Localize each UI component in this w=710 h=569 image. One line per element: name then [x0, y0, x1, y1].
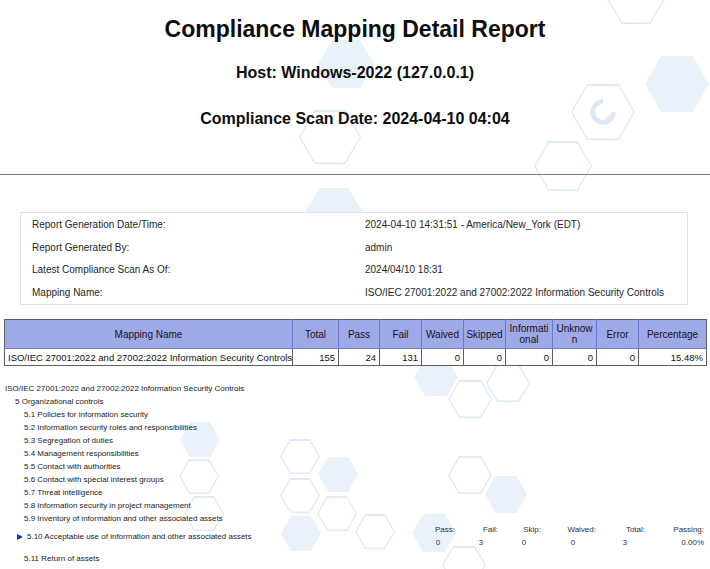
stat-label: Pass:	[421, 523, 455, 536]
stat-value: 0	[550, 536, 596, 549]
info-row: Latest Compliance Scan As Of: 2024/04/10…	[21, 258, 687, 281]
cell-skipped: 0	[464, 349, 506, 366]
tree-item[interactable]: 5.11 Return of assets	[0, 552, 710, 565]
column-header-pass: Pass	[339, 320, 380, 349]
stat-waived: Waived: 0	[550, 523, 596, 549]
cell-mapping-name: ISO/IEC 27001:2022 and 27002:2022 Inform…	[5, 349, 293, 366]
column-header-total: Total	[293, 320, 339, 349]
tree-item[interactable]: 5.8 Information security in project mana…	[0, 499, 710, 512]
column-header-mapping-name: Mapping Name	[5, 320, 293, 349]
stat-value: 0.00%	[654, 536, 704, 549]
expanded-item-stats: Pass: 0 Fail: 3 Skip: 0 Waived: 0 Total:…	[421, 523, 704, 549]
cell-informational: 0	[506, 349, 553, 366]
stat-pass: Pass: 0	[421, 523, 455, 549]
cell-error: 0	[597, 349, 639, 366]
column-header-skipped: Skipped	[464, 320, 506, 349]
stat-total: Total: 3	[605, 523, 645, 549]
info-label: Report Generated By:	[21, 242, 365, 253]
hexagon-watermark	[534, 141, 592, 191]
cell-waived: 0	[422, 349, 464, 366]
column-header-fail: Fail	[380, 320, 422, 349]
summary-data-row: ISO/IEC 27001:2022 and 27002:2022 Inform…	[5, 349, 707, 366]
tree-item[interactable]: 5.4 Management responsibilities	[0, 447, 710, 460]
tree-item[interactable]: 5.1 Policies for information security	[0, 408, 710, 421]
report-title: Compliance Mapping Detail Report	[0, 16, 710, 43]
cell-fail: 131	[380, 349, 422, 366]
stat-skip: Skip: 0	[507, 523, 541, 549]
stat-passing: Passing: 0.00%	[654, 523, 704, 549]
column-header-unknown: Unknown	[553, 320, 597, 349]
mapping-summary-table: Mapping Name Total Pass Fail Waived Skip…	[4, 319, 707, 366]
tree-item[interactable]: 5.2 Information security roles and respo…	[0, 421, 710, 434]
tree-item[interactable]: 5.3 Segregation of duties	[0, 434, 710, 447]
stat-label: Passing:	[654, 523, 704, 536]
column-header-error: Error	[597, 320, 639, 349]
summary-header-row: Mapping Name Total Pass Fail Waived Skip…	[5, 320, 707, 349]
stat-value: 3	[605, 536, 645, 549]
cell-unknown: 0	[553, 349, 597, 366]
info-value: ISO/IEC 27001:2022 and 27002:2022 Inform…	[365, 287, 687, 298]
info-label: Latest Compliance Scan As Of:	[21, 264, 365, 275]
stat-value: 3	[464, 536, 498, 549]
report-page: Compliance Mapping Detail Report Host: W…	[0, 0, 710, 569]
info-label: Mapping Name:	[21, 287, 365, 298]
tree-item[interactable]: 5.5 Contact with authorities	[0, 460, 710, 473]
stat-value: 0	[507, 536, 541, 549]
column-header-percentage: Percentage	[639, 320, 707, 349]
info-row: Report Generated By: admin	[21, 236, 687, 259]
tree-root[interactable]: ISO/IEC 27001:2022 and 27002:2022 Inform…	[0, 382, 710, 395]
info-value: admin	[365, 242, 687, 253]
stat-label: Total:	[605, 523, 645, 536]
stat-label: Waived:	[550, 523, 596, 536]
stat-label: Fail:	[464, 523, 498, 536]
tree-item-label: 5.10 Acceptable use of information and o…	[27, 530, 252, 543]
tree-section[interactable]: 5 Organizational controls	[0, 395, 710, 408]
info-row: Mapping Name: ISO/IEC 27001:2022 and 270…	[21, 281, 687, 304]
stat-fail: Fail: 3	[464, 523, 498, 549]
host-line: Host: Windows-2022 (127.0.0.1)	[0, 64, 710, 82]
cell-total: 155	[293, 349, 339, 366]
stat-label: Skip:	[507, 523, 541, 536]
column-header-waived: Waived	[422, 320, 464, 349]
expanded-arrow-icon[interactable]	[17, 534, 23, 540]
column-header-informational: Informational	[506, 320, 553, 349]
report-info-panel: Report Generation Date/Time: 2024-04-10 …	[20, 212, 688, 305]
info-value: 2024/04/10 18:31	[365, 264, 687, 275]
tree-item[interactable]: 5.6 Contact with special interest groups	[0, 473, 710, 486]
info-value: 2024-04-10 14:31:51 - America/New_York (…	[365, 219, 687, 230]
section-divider	[0, 174, 710, 175]
scan-date-line: Compliance Scan Date: 2024-04-10 04:04	[0, 110, 710, 128]
info-label: Report Generation Date/Time:	[21, 219, 365, 230]
tree-item[interactable]: 5.7 Threat intelligence	[0, 486, 710, 499]
info-row: Report Generation Date/Time: 2024-04-10 …	[21, 213, 687, 236]
stat-value: 0	[421, 536, 455, 549]
cell-percentage: 15.48%	[639, 349, 707, 366]
cell-pass: 24	[339, 349, 380, 366]
